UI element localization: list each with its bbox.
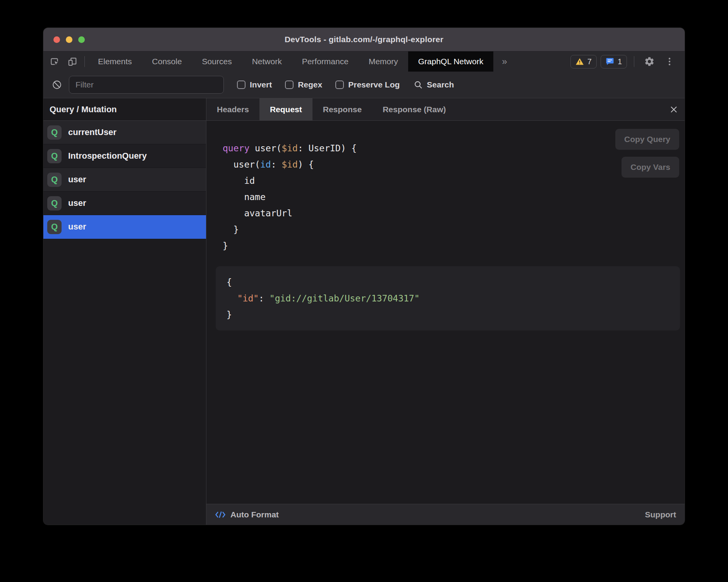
sidebar-header: Query / Mutation <box>43 98 206 121</box>
window-title: DevTools - gitlab.com/-/graphql-explorer <box>43 35 685 44</box>
list-item-label: currentUser <box>68 127 117 137</box>
main-split: Query / Mutation Q currentUser Q Introsp… <box>43 98 685 525</box>
tab-performance[interactable]: Performance <box>292 51 359 72</box>
search-button[interactable]: Search <box>414 80 454 89</box>
variables-box: { "id": "gid://gitlab/User/13704317"} <box>216 266 680 330</box>
query-list: Q currentUser Q IntrospectionQuery Q use… <box>43 121 206 239</box>
detail-tab-request[interactable]: Request <box>259 98 312 120</box>
detail-statusbar: Auto Format Support <box>206 504 685 525</box>
inspect-cursor-icon <box>50 56 60 67</box>
auto-format-label: Auto Format <box>230 510 279 519</box>
more-tabs-button[interactable]: » <box>493 51 515 72</box>
devtools-window: DevTools - gitlab.com/-/graphql-explorer… <box>43 28 685 525</box>
detail-tab-response-raw[interactable]: Response (Raw) <box>372 98 456 120</box>
list-item-user-3-selected[interactable]: Q user <box>43 215 206 239</box>
regex-label: Regex <box>298 80 322 89</box>
warning-triangle-icon <box>575 58 584 65</box>
tab-graphql-network[interactable]: GraphQL Network <box>408 51 493 72</box>
window-titlebar: DevTools - gitlab.com/-/graphql-explorer <box>43 28 685 51</box>
invert-label: Invert <box>250 80 272 89</box>
warnings-count: 7 <box>587 57 592 66</box>
tab-elements[interactable]: Elements <box>88 51 142 72</box>
close-panel-button[interactable] <box>663 98 685 120</box>
preserve-log-label: Preserve Log <box>348 80 400 89</box>
list-item-user-2[interactable]: Q user <box>43 192 206 215</box>
tabbar-right-controls: 7 1 <box>570 51 685 72</box>
regex-checkbox[interactable] <box>285 80 294 89</box>
settings-gear-button[interactable] <box>641 53 658 70</box>
list-item-user-1[interactable]: Q user <box>43 168 206 192</box>
filter-input[interactable] <box>69 76 224 94</box>
query-type-badge: Q <box>47 220 62 234</box>
auto-format-button[interactable]: Auto Format <box>215 510 279 519</box>
inspect-element-button[interactable] <box>46 51 64 72</box>
toolbar-divider <box>84 56 85 67</box>
warnings-badge[interactable]: 7 <box>570 55 597 68</box>
detail-tab-response[interactable]: Response <box>312 98 372 120</box>
copy-query-button[interactable]: Copy Query <box>615 129 679 150</box>
tab-sources[interactable]: Sources <box>192 51 242 72</box>
query-code: query user($id: UserID) { user(id: $id) … <box>223 140 685 254</box>
issues-badge[interactable]: 1 <box>601 55 627 68</box>
device-toolbar-icon <box>67 56 77 67</box>
preserve-log-checkbox[interactable] <box>335 80 344 89</box>
tab-memory[interactable]: Memory <box>359 51 408 72</box>
request-detail-panel: Headers Request Response Response (Raw) … <box>206 98 685 525</box>
query-type-badge: Q <box>47 149 62 163</box>
list-item-label: user <box>68 175 86 185</box>
clear-filter-button[interactable] <box>50 77 64 93</box>
kebab-menu-button[interactable] <box>661 53 678 70</box>
search-icon <box>414 80 423 89</box>
kebab-menu-icon <box>664 56 675 67</box>
request-body: query user($id: UserID) { user(id: $id) … <box>206 121 685 504</box>
regex-checkbox-group[interactable]: Regex <box>285 80 322 89</box>
preserve-log-checkbox-group[interactable]: Preserve Log <box>335 80 400 89</box>
query-type-badge: Q <box>47 173 62 187</box>
message-bubble-icon <box>606 57 614 66</box>
support-link[interactable]: Support <box>645 510 676 519</box>
invert-checkbox-group[interactable]: Invert <box>237 80 272 89</box>
block-icon <box>52 80 62 90</box>
gear-icon <box>644 56 655 67</box>
query-type-badge: Q <box>47 196 62 211</box>
device-toolbar-button[interactable] <box>64 51 81 72</box>
list-item-label: user <box>68 222 86 232</box>
tab-console[interactable]: Console <box>142 51 192 72</box>
list-item-currentuser[interactable]: Q currentUser <box>43 121 206 144</box>
list-item-introspectionquery[interactable]: Q IntrospectionQuery <box>43 144 206 168</box>
variables-code: { "id": "gid://gitlab/User/13704317"} <box>227 274 669 323</box>
filter-toolbar: Invert Regex Preserve Log Search <box>43 72 685 98</box>
detail-tab-headers[interactable]: Headers <box>206 98 259 120</box>
query-type-badge: Q <box>47 125 62 140</box>
close-icon <box>669 105 678 114</box>
invert-checkbox[interactable] <box>237 80 246 89</box>
copy-vars-button[interactable]: Copy Vars <box>622 157 679 178</box>
list-item-label: IntrospectionQuery <box>68 151 147 161</box>
issues-count: 1 <box>618 57 622 66</box>
devtools-tabbar: Elements Console Sources Network Perform… <box>43 51 685 72</box>
search-label: Search <box>427 80 454 89</box>
tab-network[interactable]: Network <box>242 51 292 72</box>
code-brackets-icon <box>215 510 226 519</box>
query-list-panel: Query / Mutation Q currentUser Q Introsp… <box>43 98 206 525</box>
detail-tabbar: Headers Request Response Response (Raw) <box>206 98 685 121</box>
badges-divider <box>634 56 634 67</box>
list-item-label: user <box>68 198 86 208</box>
